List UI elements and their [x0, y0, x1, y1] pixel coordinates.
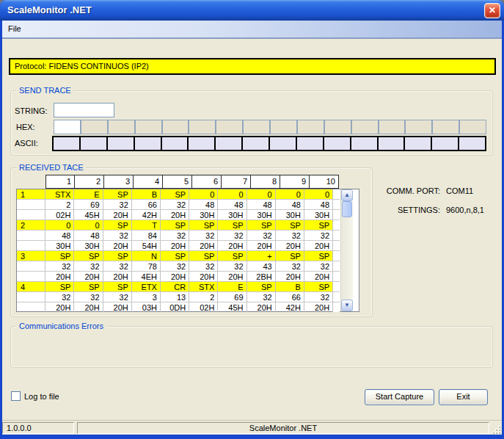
- data-cell: SP: [189, 220, 218, 230]
- hex-cell: [325, 120, 352, 134]
- settings-label: SETTINGS:: [378, 206, 440, 214]
- data-cell: 0: [189, 189, 218, 199]
- data-cell: 20H: [247, 241, 276, 250]
- table-row: 3SPSPSPNSPSPSP+SPSP: [17, 251, 340, 261]
- ascii-cell: [324, 137, 351, 150]
- resize-grip[interactable]: [492, 425, 500, 434]
- data-cell: 03H: [132, 302, 161, 312]
- data-cell: SP: [218, 220, 246, 230]
- table-row: 4SPSPSPETXCRSTXESPBSP: [17, 282, 340, 292]
- data-cell: 43: [247, 261, 276, 271]
- data-cell: SP: [304, 282, 333, 291]
- data-cell: 20H: [74, 302, 103, 312]
- data-cell: SP: [103, 189, 132, 199]
- data-cell: T: [132, 220, 161, 230]
- data-cell: E: [74, 189, 103, 199]
- scroll-up-button[interactable]: ▲: [341, 189, 353, 201]
- data-cell: 30H: [45, 241, 74, 250]
- comm-errors-group: Communications Errors: [10, 326, 493, 368]
- data-cell: 32: [103, 231, 132, 240]
- data-cell: CR: [161, 282, 189, 291]
- data-cell: 54H: [132, 241, 161, 250]
- row-number-cell: 3: [17, 251, 45, 261]
- row-number-cell: [17, 231, 45, 240]
- ascii-cell: [81, 137, 108, 150]
- ascii-label: ASCII:: [15, 139, 38, 148]
- received-trace-table[interactable]: 1STXESPBSP00000269326632484848484802H45H…: [16, 189, 359, 312]
- data-cell: SP: [45, 251, 74, 261]
- data-cell: SP: [247, 220, 276, 230]
- data-cell: 4EH: [132, 272, 161, 281]
- data-cell: 84: [132, 231, 161, 240]
- ascii-cell: [216, 137, 243, 150]
- gap-cell: [333, 189, 340, 199]
- hex-cell: [54, 120, 81, 134]
- gap-cell: [333, 220, 340, 230]
- data-cell: 20H: [103, 241, 132, 250]
- data-cell: SP: [103, 282, 132, 291]
- column-header: 7: [222, 175, 251, 189]
- comm-port-label: COMM. PORT:: [378, 186, 440, 195]
- data-cell: 78: [132, 261, 161, 271]
- scrollbar-thumb[interactable]: [342, 201, 352, 217]
- table-row: 323232313269326632: [17, 292, 340, 302]
- comm-port-value: COM11: [446, 186, 473, 195]
- data-cell: 20H: [304, 241, 333, 250]
- column-header: 5: [163, 175, 192, 189]
- status-version: 1.0.0.0: [2, 422, 74, 434]
- data-cell: 2: [189, 292, 218, 302]
- data-cell: 02H: [189, 302, 218, 312]
- table-row: 30H30H20H54H20H20H20H20H20H20H: [17, 241, 340, 251]
- column-header: 8: [251, 175, 280, 189]
- data-cell: 32: [304, 231, 333, 240]
- exit-button[interactable]: Exit: [439, 389, 488, 405]
- data-cell: 66: [132, 200, 161, 209]
- close-button[interactable]: ✕: [484, 3, 500, 18]
- data-cell: 20H: [103, 272, 132, 281]
- data-cell: 32: [103, 261, 132, 271]
- ascii-cell: [459, 137, 485, 150]
- string-label: STRING:: [15, 106, 48, 115]
- data-cell: 32: [189, 231, 218, 240]
- data-cell: SP: [161, 251, 189, 261]
- data-cell: SP: [45, 282, 74, 291]
- data-cell: 32: [45, 292, 74, 302]
- data-cell: 20H: [189, 272, 218, 281]
- data-cell: 20H: [218, 241, 246, 250]
- log-to-file-checkbox[interactable]: [11, 391, 21, 401]
- data-cell: 32: [161, 231, 189, 240]
- table-row: 1STXESPBSP00000: [17, 189, 340, 200]
- data-cell: 20H: [304, 302, 333, 312]
- ascii-cell: [405, 137, 432, 150]
- data-cell: SP: [247, 282, 276, 291]
- gap-cell: [333, 241, 340, 250]
- ascii-cell: [351, 137, 379, 150]
- hex-cell: [109, 120, 136, 134]
- data-cell: SP: [103, 220, 132, 230]
- row-number-cell: [17, 261, 45, 271]
- string-input[interactable]: [54, 103, 114, 117]
- data-cell: 30H: [304, 210, 333, 220]
- gap-cell: [333, 302, 340, 312]
- scroll-down-button[interactable]: ▼: [341, 300, 353, 311]
- start-capture-button[interactable]: Start Capture: [365, 389, 434, 405]
- data-cell: 32: [74, 261, 103, 271]
- data-cell: 20H: [45, 272, 74, 281]
- column-header: 3: [104, 175, 134, 189]
- menu-item-file[interactable]: File: [2, 21, 27, 36]
- data-cell: 32: [189, 261, 218, 271]
- send-trace-title: SEND TRACE: [17, 86, 73, 95]
- vertical-scrollbar[interactable]: ▲ ▼: [340, 189, 353, 311]
- gap-cell: [333, 231, 340, 240]
- data-cell: 42H: [276, 302, 304, 312]
- row-number-cell: [17, 241, 45, 250]
- data-cell: 02H: [45, 210, 74, 220]
- title-bar[interactable]: ScaleMonitor .NET ✕: [0, 0, 504, 21]
- data-cell: 20H: [161, 272, 189, 281]
- data-cell: 20H: [161, 210, 189, 220]
- hex-cells-row: [54, 120, 486, 134]
- row-number-cell: 1: [17, 189, 45, 199]
- table-row: 20H20H20H03H0DH02H45H20H42H20H: [17, 302, 340, 312]
- scrollbar-track[interactable]: [341, 201, 353, 300]
- column-header: 6: [192, 175, 222, 189]
